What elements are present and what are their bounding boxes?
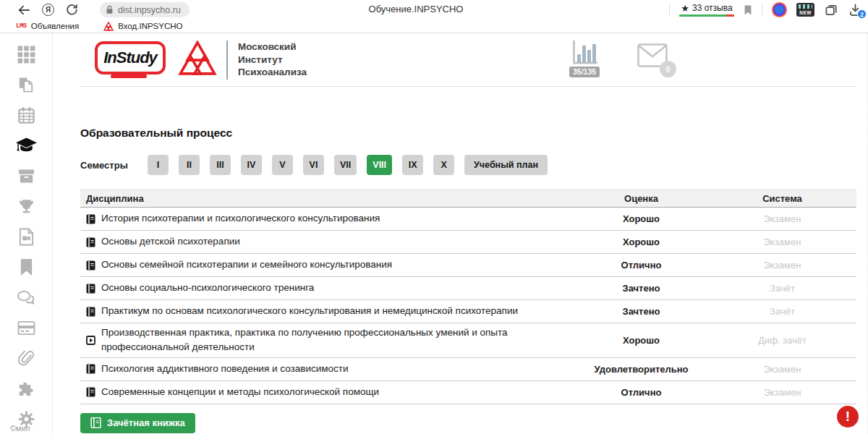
system-value: Зачёт [708,306,856,317]
puzzle-icon[interactable] [17,380,35,398]
table-row[interactable]: Психология аддиктивного поведения и соза… [80,358,856,381]
table-row[interactable]: Основы социально-психологического тренин… [80,277,856,300]
reviews-count: 33 отзыва [692,3,733,13]
documents-icon[interactable] [17,76,35,94]
messages-button[interactable]: 0 [637,43,668,70]
rating-bar [679,14,734,17]
book-icon [86,260,95,271]
copyright-label: ©мип [10,424,30,433]
grade-value: Зачтено [574,306,708,317]
institute-name: Московский Институт Психоанализа [238,41,307,79]
grade-value: Хорошо [574,237,708,247]
education-graduation-cap-icon[interactable] [15,137,38,155]
semester-button-5[interactable]: V [272,155,293,175]
book-icon [86,214,95,224]
table-row[interactable]: История психотерапии и психологического … [80,208,856,231]
column-header-discipline: Дисциплина [80,193,574,204]
browser-toolbar: Я dist.inpsycho.ru Обучение.INPSYCHO ★ [0,0,868,20]
archive-box-icon[interactable] [17,167,35,185]
bookmark-login[interactable]: Вход.INPSYCHO [103,22,182,31]
url-text: dist.inpsycho.ru [118,5,181,15]
discipline-name: История психотерапии и психологического … [101,211,380,226]
chat-icon[interactable] [17,289,36,307]
instudy-logo[interactable]: InStudy [95,41,166,75]
semester-button-8-active[interactable]: VIII [367,155,392,175]
semesters-label: Семестры [80,160,127,171]
paperclip-icon[interactable] [18,349,35,367]
video-file-icon[interactable] [18,228,35,246]
main-content: InStudy Московский Институт Психоанализа… [53,33,868,434]
instudy-logo-stand [111,75,147,78]
column-header-system: Система [708,193,856,204]
semester-button-3[interactable]: III [210,155,231,175]
page-title: Образовательный процесс [80,127,867,140]
system-value: Экзамен [708,213,856,224]
alert-notification-button[interactable]: ! [837,406,859,427]
semester-button-10[interactable]: X [433,155,454,175]
semester-button-6[interactable]: VI [303,155,324,175]
payment-card-icon[interactable] [17,319,35,337]
new-badge-icon: NEW [796,3,814,17]
book-icon [86,307,95,317]
toolbar-divider [669,4,670,16]
left-sidebar: ©мип [0,33,53,434]
progress-stats-button[interactable]: 35/135 [569,39,600,77]
gradebook-button[interactable]: Зачётная книжка [80,413,195,433]
grade-value: Отлично [574,387,708,398]
table-header-row: Дисциплина Оценка Система [80,190,856,208]
new-feature-button[interactable]: NEW [796,3,814,17]
trophy-icon[interactable] [17,197,35,216]
semester-button-7[interactable]: VII [334,155,357,175]
table-row[interactable]: Основы детской психотерапии Хорошо Экзам… [80,231,856,254]
semester-button-2[interactable]: II [179,155,200,175]
address-bar[interactable]: dist.inpsycho.ru [100,2,190,17]
apps-grid-icon[interactable] [17,46,35,64]
discipline-name: Современные концепции и методы психологи… [101,385,379,399]
site-header: InStudy Московский Институт Психоанализа… [80,33,856,87]
collections-button[interactable] [824,3,839,17]
grade-value: Отлично [574,260,708,271]
discipline-name: Основы детской психотерапии [101,234,240,249]
discipline-name: Практикум по основам психологического ко… [101,304,518,318]
column-header-grade: Оценка [574,193,708,204]
table-row[interactable]: Практикум по основам психологического ко… [80,300,856,323]
mip-favicon [103,22,114,31]
bar-chart-icon [571,39,598,66]
semester-button-4[interactable]: IV [241,155,262,175]
yandex-home-button[interactable]: Я [42,4,54,16]
discipline-name: Производственная практика, практика по п… [101,326,524,355]
table-row[interactable]: Основы семейной психотерапии и семейного… [80,254,856,277]
semester-button-1[interactable]: I [148,155,169,175]
bookmark-icon[interactable] [19,258,34,276]
refresh-button[interactable] [66,4,78,16]
system-value: Экзамен [708,237,856,247]
bookmark-announcements[interactable]: LMS Объявления [16,22,79,30]
disciplines-table: Дисциплина Оценка Система История психот… [80,190,856,404]
discipline-name: Основы социально-психологического тренин… [101,281,314,295]
bookmarks-bar: LMS Объявления Вход.INPSYCHO [0,20,868,33]
system-value: Экзамен [708,387,856,398]
semesters-row: Семестры I II III IV V VI VII VIII IX X … [80,155,867,175]
calendar-icon[interactable] [17,106,35,124]
system-value: Экзамен [708,260,856,271]
page-tab-title: Обучение.INPSYCHO [369,4,464,14]
logo-divider [226,41,228,80]
book-icon [86,237,95,247]
semester-button-9[interactable]: IX [402,155,423,175]
discipline-name: Основы семейной психотерапии и семейного… [101,258,392,272]
system-value: Диф. зачёт [708,335,856,346]
grade-value: Хорошо [574,213,708,224]
progress-badge: 35/135 [569,67,600,77]
table-row[interactable]: Производственная практика, практика по п… [80,323,856,358]
profile-avatar[interactable] [772,2,787,17]
book-icon [86,284,95,294]
back-button[interactable] [17,4,30,16]
curriculum-button[interactable]: Учебный план [464,155,548,175]
downloads-button[interactable]: 2 [848,3,862,17]
play-icon [86,336,95,345]
system-value: Экзамен [708,364,856,375]
app-window: Я dist.inpsycho.ru Обучение.INPSYCHO ★ [0,0,868,434]
site-reviews-widget[interactable]: ★ 33 отзыва [679,3,734,17]
table-row[interactable]: Современные концепции и методы психологи… [80,381,856,404]
bookmark-page-button[interactable] [744,4,752,16]
